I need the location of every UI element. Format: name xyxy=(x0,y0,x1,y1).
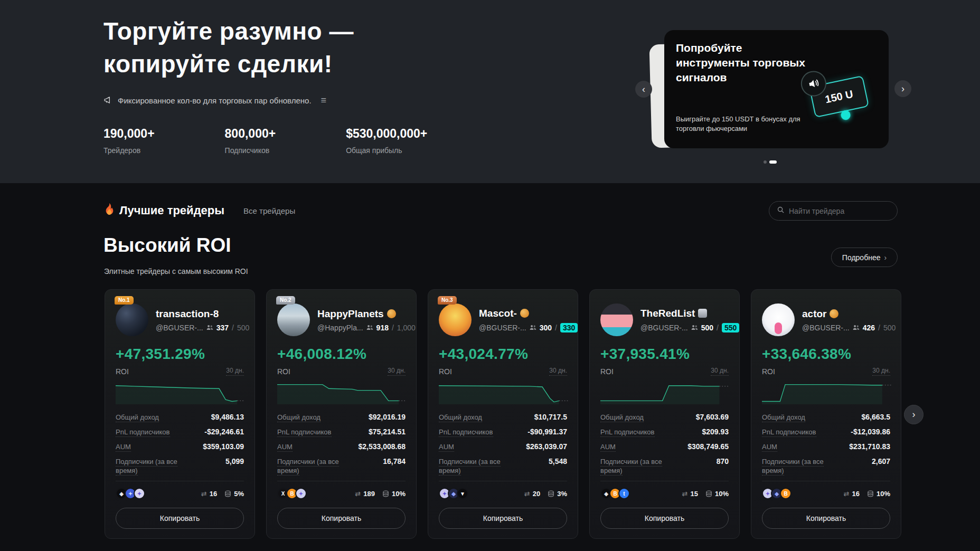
copy-button[interactable]: Копировать xyxy=(762,508,890,529)
stat-aum: $359,103.09 xyxy=(203,442,244,451)
followers-current: 500 xyxy=(701,324,713,332)
followers-max: 500 xyxy=(237,324,249,332)
rank-badge: No.1 xyxy=(115,296,134,305)
stat-label-aum: AUM xyxy=(600,443,616,452)
coins-stack-icon xyxy=(705,490,712,497)
stat-label-aum: AUM xyxy=(762,443,777,452)
stat-followers-alltime: 5,099 xyxy=(225,457,244,466)
cards-scroll-next-button[interactable]: › xyxy=(904,405,924,424)
stat-traders: 190,000+ Трейдеров xyxy=(103,127,155,155)
trader-handle: @HappyPla... xyxy=(317,324,363,332)
name-badge-emoji xyxy=(830,309,838,318)
swap-arrows-icon: ⇄ xyxy=(844,490,850,498)
stat-aum: $263,039.07 xyxy=(526,442,567,451)
coin-icon: t xyxy=(618,488,630,499)
carousel-dot-1[interactable] xyxy=(764,160,767,164)
copy-button[interactable]: Копировать xyxy=(439,508,567,529)
trades-count: ⇄ 20 xyxy=(524,490,540,498)
card-stats: Общий доход$7,603.69 PnL подписчиков$209… xyxy=(600,413,729,475)
followers-current: 918 xyxy=(376,324,389,332)
followers-max: 500 xyxy=(883,324,896,332)
page-title: Торгуйте разумно — копируйте сделки! xyxy=(103,15,354,80)
stat-followers-pnl: $75,214.51 xyxy=(369,428,406,436)
roi-period: 30 дн. xyxy=(226,367,244,376)
roi-value: +46,008.12% xyxy=(277,346,406,363)
trader-name: TheRedList xyxy=(640,308,695,319)
stat-label-followers-pnl: PnL подписчиков xyxy=(600,428,655,437)
carousel-prev-button[interactable]: ‹ xyxy=(635,81,652,98)
coin-list: ✦◆▼ xyxy=(439,488,466,499)
trader-handle: @BGUSER-... xyxy=(802,324,850,332)
stat-followers-alltime: 5,548 xyxy=(549,457,567,466)
avatar xyxy=(439,303,472,336)
more-button[interactable]: Подробнее › xyxy=(831,248,898,267)
card-stats: Общий доход$9,486.13 PnL подписчиков-$29… xyxy=(116,413,244,475)
trades-count: ⇄ 16 xyxy=(201,490,217,498)
rank-badge: No.3 xyxy=(438,296,457,305)
avatar xyxy=(762,303,795,336)
stat-label-followers-pnl: PnL подписчиков xyxy=(439,428,493,437)
trader-name: HappyPlanets xyxy=(317,308,384,320)
swap-arrows-icon: ⇄ xyxy=(524,490,530,498)
card-header: transaction-8 @BGUSER-... 337/500 xyxy=(116,303,244,336)
trader-card[interactable]: TheRedList @BGUSER-... 500/550 xyxy=(589,289,740,539)
coins-stack-icon xyxy=(382,490,389,497)
followers-icon xyxy=(530,324,536,332)
roi-label: ROI xyxy=(277,367,290,376)
divider xyxy=(762,481,890,481)
trader-card[interactable]: No.2 HappyPlanets @HappyPla... xyxy=(266,289,417,539)
trader-card[interactable]: actor @BGUSER-... 426/500 xyxy=(751,289,901,539)
divider xyxy=(439,481,567,481)
promo-banner[interactable]: Попробуйте инструменты торговых сигналов… xyxy=(664,30,889,148)
swap-arrows-icon: ⇄ xyxy=(201,490,207,498)
rank-badge: No.2 xyxy=(276,296,295,305)
stat-label-followers-alltime: Подписчики (за все время) xyxy=(600,458,662,476)
avatar xyxy=(600,303,633,336)
trader-card[interactable]: No.3 Mascot- @BGUSER-... xyxy=(428,289,578,539)
divider xyxy=(116,481,244,481)
card-header: TheRedList @BGUSER-... 500/550 xyxy=(600,303,729,336)
name-badge-emoji xyxy=(698,309,707,318)
coin-list: ◈✦✦ xyxy=(116,488,143,499)
card-header: Mascot- @BGUSER-... 300/330 xyxy=(439,303,567,336)
followers-icon xyxy=(206,324,213,332)
trader-name: Mascot- xyxy=(479,308,517,319)
followers-icon xyxy=(691,324,698,332)
stat-followers: 800,000+ Подписчиков xyxy=(225,127,276,155)
hero-banner: Торгуйте разумно — копируйте сделки! Фик… xyxy=(0,0,980,183)
swap-arrows-icon: ⇄ xyxy=(682,490,688,498)
announcement-list-icon[interactable]: ≡ xyxy=(321,95,327,106)
followers-current: 426 xyxy=(863,324,875,332)
roi-value: +43,024.77% xyxy=(439,346,567,363)
stat-label-followers-alltime: Подписчики (за все время) xyxy=(277,458,339,476)
trades-count: ⇄ 189 xyxy=(355,490,375,498)
tab-all-traders[interactable]: Все трейдеры xyxy=(243,206,295,215)
roi-label: ROI xyxy=(600,367,614,376)
copy-button[interactable]: Копировать xyxy=(277,508,406,529)
trader-name: transaction-8 xyxy=(156,308,219,320)
megaphone-icon xyxy=(103,96,112,106)
carousel-dot-2[interactable] xyxy=(769,160,777,164)
trader-card[interactable]: No.1 transaction-8 @BGUSER-... xyxy=(105,289,255,539)
carousel-next-button[interactable]: › xyxy=(894,80,911,97)
trades-count: ⇄ 15 xyxy=(682,490,698,498)
card-footer: ◈✦✦ ⇄ 16 5% xyxy=(116,488,244,499)
search-input[interactable] xyxy=(789,207,879,215)
roi-sparkline-chart xyxy=(116,381,245,404)
hero-stats: 190,000+ Трейдеров 800,000+ Подписчиков … xyxy=(103,127,427,155)
followers-icon xyxy=(366,324,373,332)
trader-handle: @BGUSER-... xyxy=(640,324,688,332)
promo-carousel: Попробуйте инструменты торговых сигналов… xyxy=(657,30,889,148)
copy-button[interactable]: Копировать xyxy=(600,508,729,529)
roi-label: ROI xyxy=(116,367,129,376)
stat-label-aum: AUM xyxy=(116,443,131,452)
roi-period: 30 дн. xyxy=(872,367,890,376)
stat-total-income: $10,717.5 xyxy=(534,413,567,421)
coin-icon: ✦ xyxy=(295,488,307,499)
stat-label-total-income: Общий доход xyxy=(600,413,644,422)
stat-label-total-income: Общий доход xyxy=(439,413,482,422)
copy-button[interactable]: Копировать xyxy=(116,508,244,529)
tab-best-traders[interactable]: Лучшие трейдеры xyxy=(103,203,224,218)
trader-handle: @BGUSER-... xyxy=(156,324,203,332)
stat-label-aum: AUM xyxy=(439,443,454,452)
